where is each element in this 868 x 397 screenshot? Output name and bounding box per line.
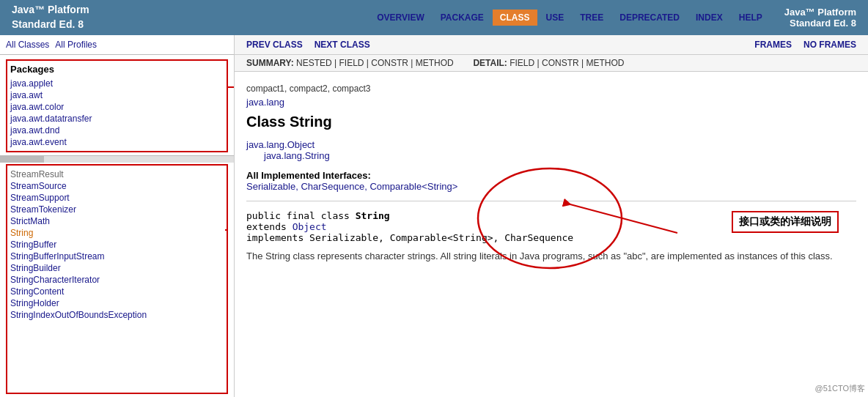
sig-extends: extends Object: [246, 221, 327, 232]
content-nav: PREV CLASS NEXT CLASS FRAMES NO FRAMES: [235, 35, 868, 55]
all-classes-link[interactable]: All Classes: [6, 40, 49, 50]
summary-bar: SUMMARY: NESTED | FIELD | CONSTR | METHO…: [235, 55, 868, 72]
packages-section: Packages java.applet java.awt java.awt.c…: [6, 59, 228, 152]
class-item-1[interactable]: StreamSource: [10, 180, 224, 192]
class-item-2[interactable]: StreamSupport: [10, 192, 224, 204]
nav-overview[interactable]: OVERVIEW: [369, 10, 431, 26]
interfaces-section: All Implemented Interfaces: Serializable…: [246, 170, 856, 192]
class-item-3[interactable]: StreamTokenizer: [10, 204, 224, 215]
class-item-10[interactable]: StringContent: [10, 286, 224, 297]
nav-help[interactable]: HELP: [732, 10, 770, 26]
class-item-12[interactable]: StringIndexOutOfBoundsException: [10, 309, 224, 321]
package-item-5[interactable]: java.awt.event: [10, 136, 221, 148]
header-title: Java™ Platform Standard Ed. 8: [12, 3, 89, 31]
no-frames-link[interactable]: NO FRAMES: [803, 40, 856, 50]
class-item-6[interactable]: StringBuffer: [10, 239, 224, 251]
prev-class-link[interactable]: PREV CLASS: [246, 40, 303, 50]
nav-use[interactable]: USE: [539, 10, 572, 26]
class-title: Class String: [246, 114, 856, 130]
frames-link[interactable]: FRAMES: [754, 40, 792, 50]
package-item-0[interactable]: java.applet: [10, 78, 221, 89]
content-body: compact1, compact2, compact3 java.lang C…: [235, 72, 868, 397]
summary-label: SUMMARY:: [246, 58, 294, 68]
class-description: The String class represents character st…: [246, 249, 856, 264]
packages-arrow: [227, 80, 234, 94]
nav-class[interactable]: CLASS: [493, 10, 537, 26]
detail-items: FIELD | CONSTR | METHOD: [510, 58, 624, 68]
packages-title: Packages: [10, 64, 221, 75]
class-item-11[interactable]: StringHolder: [10, 297, 224, 309]
sidebar-top-links: All Classes All Profiles: [0, 35, 234, 55]
watermark: @51CTO博客: [815, 383, 865, 394]
package-item-2[interactable]: java.awt.color: [10, 101, 221, 113]
class-item-9[interactable]: StringCharacterIterator: [10, 274, 224, 286]
interfaces-label: All Implemented Interfaces:: [246, 170, 856, 181]
detail-annotation-label: 接口或类的详细说明: [732, 211, 839, 233]
classes-arrow: [225, 223, 228, 237]
summary-items: NESTED | FIELD | CONSTR | METHOD: [296, 58, 454, 68]
packages-scrollbar[interactable]: [0, 155, 234, 163]
class-item-8[interactable]: StringBuilder: [10, 262, 224, 274]
nav-index[interactable]: INDEX: [688, 10, 730, 26]
all-profiles-link[interactable]: All Profiles: [55, 40, 97, 50]
nav-tree[interactable]: TREE: [573, 10, 611, 26]
header: Java™ Platform Standard Ed. 8 OVERVIEW P…: [0, 0, 868, 35]
class-hierarchy: java.lang.Object java.lang.String: [246, 139, 856, 161]
package-item-1[interactable]: java.awt: [10, 89, 221, 101]
classes-section: StreamResult StreamSource StreamSupport …: [6, 164, 228, 394]
breadcrumb: compact1, compact2, compact3: [246, 84, 856, 94]
class-item-0[interactable]: StreamResult: [10, 168, 224, 180]
hierarchy-item-0[interactable]: java.lang.Object: [246, 139, 856, 150]
header-right-title: Java™ Platform Standard Ed. 8: [784, 7, 856, 29]
package-item-4[interactable]: java.awt.dnd: [10, 125, 221, 136]
class-item-4[interactable]: StrictMath: [10, 215, 224, 227]
next-class-link[interactable]: NEXT CLASS: [315, 40, 370, 50]
content-area: PREV CLASS NEXT CLASS FRAMES NO FRAMES S…: [235, 35, 868, 397]
package-item-3[interactable]: java.awt.datatransfer: [10, 113, 221, 125]
sig-line1: public final class: [246, 210, 356, 221]
class-item-current[interactable]: String: [10, 227, 224, 239]
package-link[interactable]: java.lang: [246, 97, 856, 108]
divider: [246, 201, 856, 201]
hierarchy-item-1[interactable]: java.lang.String: [264, 150, 856, 161]
nav-package[interactable]: PACKAGE: [433, 10, 491, 26]
sig-implements: implements Serializable, Comparable<Stri…: [246, 232, 573, 243]
sig-classname: String: [356, 210, 390, 221]
interfaces-list: Serializable, CharSequence, Comparable<S…: [246, 181, 856, 192]
detail-label: DETAIL:: [473, 58, 507, 68]
nav-deprecated[interactable]: DEPRECATED: [612, 10, 687, 26]
class-item-7[interactable]: StringBufferInputStream: [10, 251, 224, 262]
